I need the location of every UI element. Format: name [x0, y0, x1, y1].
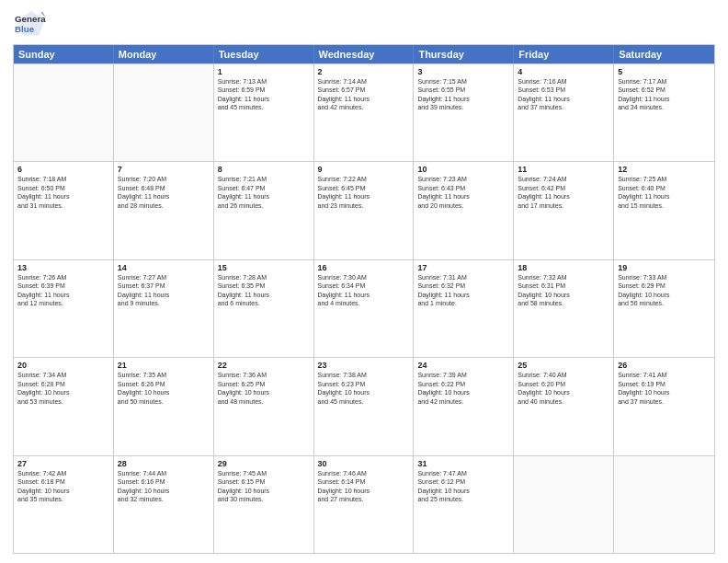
cell-info-line: Sunrise: 7:28 AM: [218, 273, 310, 282]
cell-info-line: Sunrise: 7:32 AM: [518, 273, 609, 282]
cell-info-line: Sunset: 6:28 PM: [17, 380, 109, 388]
page: General Blue SundayMondayTuesdayWednesda…: [0, 0, 728, 563]
calendar-body: 1Sunrise: 7:13 AMSunset: 6:59 PMDaylight…: [14, 63, 714, 553]
cell-info-line: and 48 minutes.: [218, 397, 310, 406]
cell-info-line: and 4 minutes.: [318, 299, 410, 307]
cell-info-line: Daylight: 10 hours: [518, 291, 609, 299]
empty-cell-r0c0: [14, 64, 114, 161]
day-header-sunday: Sunday: [14, 45, 114, 63]
cell-info-line: Daylight: 11 hours: [218, 291, 310, 299]
cell-info-line: Daylight: 11 hours: [518, 95, 609, 103]
day-header-saturday: Saturday: [614, 45, 714, 63]
cell-info-line: and 39 minutes.: [417, 103, 509, 111]
day-cell-11: 11Sunrise: 7:24 AMSunset: 6:42 PMDayligh…: [514, 162, 614, 259]
day-number: 4: [518, 67, 609, 76]
day-cell-13: 13Sunrise: 7:26 AMSunset: 6:39 PMDayligh…: [14, 260, 114, 357]
cell-info-line: Sunset: 6:12 PM: [417, 477, 509, 486]
day-cell-26: 26Sunrise: 7:41 AMSunset: 6:19 PMDayligh…: [614, 358, 714, 454]
cell-info-line: Sunset: 6:31 PM: [518, 282, 609, 290]
day-number: 21: [118, 361, 210, 370]
cell-info-line: Sunset: 6:18 PM: [17, 477, 109, 486]
cell-info-line: Daylight: 10 hours: [518, 388, 609, 396]
cell-info-line: Sunrise: 7:17 AM: [618, 77, 711, 86]
cell-info-line: Sunrise: 7:42 AM: [17, 469, 109, 477]
cell-info-line: Daylight: 11 hours: [118, 192, 210, 201]
day-cell-21: 21Sunrise: 7:35 AMSunset: 6:26 PMDayligh…: [114, 358, 214, 454]
day-number: 26: [618, 361, 711, 370]
cell-info-line: and 42 minutes.: [318, 103, 410, 111]
day-cell-15: 15Sunrise: 7:28 AMSunset: 6:35 PMDayligh…: [214, 260, 314, 357]
cell-info-line: and 53 minutes.: [17, 397, 109, 406]
cell-info-line: Sunrise: 7:45 AM: [218, 469, 310, 477]
day-cell-9: 9Sunrise: 7:22 AMSunset: 6:45 PMDaylight…: [314, 162, 415, 259]
cell-info-line: Daylight: 11 hours: [518, 192, 609, 201]
cell-info-line: Sunrise: 7:34 AM: [17, 371, 109, 379]
cell-info-line: Sunrise: 7:24 AM: [518, 175, 609, 183]
calendar-row-2: 13Sunrise: 7:26 AMSunset: 6:39 PMDayligh…: [14, 259, 714, 357]
cell-info-line: Sunset: 6:14 PM: [318, 477, 410, 486]
cell-info-line: Sunset: 6:42 PM: [518, 184, 609, 192]
cell-info-line: Sunrise: 7:14 AM: [318, 77, 410, 86]
cell-info-line: Daylight: 11 hours: [17, 192, 109, 201]
day-cell-22: 22Sunrise: 7:36 AMSunset: 6:25 PMDayligh…: [214, 358, 314, 454]
cell-info-line: and 30 minutes.: [218, 495, 310, 503]
day-number: 5: [618, 67, 711, 76]
day-cell-17: 17Sunrise: 7:31 AMSunset: 6:32 PMDayligh…: [414, 260, 514, 357]
cell-info-line: Daylight: 11 hours: [318, 95, 410, 103]
day-cell-18: 18Sunrise: 7:32 AMSunset: 6:31 PMDayligh…: [514, 260, 614, 357]
cell-info-line: and 37 minutes.: [518, 103, 609, 111]
day-number: 8: [218, 165, 310, 174]
day-header-wednesday: Wednesday: [314, 45, 415, 63]
cell-info-line: Sunset: 6:43 PM: [417, 184, 509, 192]
day-cell-25: 25Sunrise: 7:40 AMSunset: 6:20 PMDayligh…: [514, 358, 614, 454]
cell-info-line: Daylight: 11 hours: [417, 291, 509, 299]
day-cell-7: 7Sunrise: 7:20 AMSunset: 6:48 PMDaylight…: [114, 162, 214, 259]
cell-info-line: Sunset: 6:19 PM: [618, 380, 711, 388]
cell-info-line: Sunrise: 7:23 AM: [417, 175, 509, 183]
calendar-header: SundayMondayTuesdayWednesdayThursdayFrid…: [14, 45, 714, 63]
cell-info-line: and 56 minutes.: [618, 299, 711, 307]
day-cell-29: 29Sunrise: 7:45 AMSunset: 6:15 PMDayligh…: [214, 456, 314, 553]
cell-info-line: Sunset: 6:35 PM: [218, 282, 310, 290]
cell-info-line: Daylight: 11 hours: [218, 95, 310, 103]
cell-info-line: and 45 minutes.: [218, 103, 310, 111]
svg-text:General: General: [15, 14, 46, 24]
cell-info-line: and 27 minutes.: [318, 495, 410, 503]
day-cell-3: 3Sunrise: 7:15 AMSunset: 6:55 PMDaylight…: [414, 64, 514, 161]
cell-info-line: and 26 minutes.: [218, 201, 310, 210]
cell-info-line: and 17 minutes.: [518, 201, 609, 210]
cell-info-line: Sunrise: 7:25 AM: [618, 175, 711, 183]
day-number: 31: [417, 459, 509, 468]
cell-info-line: Daylight: 10 hours: [218, 487, 310, 495]
day-cell-4: 4Sunrise: 7:16 AMSunset: 6:53 PMDaylight…: [514, 64, 614, 161]
cell-info-line: Daylight: 10 hours: [17, 388, 109, 396]
day-cell-16: 16Sunrise: 7:30 AMSunset: 6:34 PMDayligh…: [314, 260, 415, 357]
day-number: 16: [318, 263, 410, 272]
cell-info-line: Sunrise: 7:30 AM: [318, 273, 410, 282]
cell-info-line: Sunrise: 7:31 AM: [417, 273, 509, 282]
cell-info-line: Sunrise: 7:33 AM: [618, 273, 711, 282]
cell-info-line: Sunset: 6:32 PM: [417, 282, 509, 290]
day-header-friday: Friday: [514, 45, 614, 63]
day-number: 20: [17, 361, 109, 370]
day-number: 23: [318, 361, 410, 370]
cell-info-line: Sunrise: 7:40 AM: [518, 371, 609, 379]
cell-info-line: Sunset: 6:59 PM: [218, 86, 310, 94]
day-number: 24: [417, 361, 509, 370]
cell-info-line: Daylight: 11 hours: [118, 291, 210, 299]
day-number: 25: [518, 361, 609, 370]
cell-info-line: Sunset: 6:25 PM: [218, 380, 310, 388]
cell-info-line: and 12 minutes.: [17, 299, 109, 307]
cell-info-line: Sunset: 6:23 PM: [318, 380, 410, 388]
cell-info-line: and 34 minutes.: [618, 103, 711, 111]
cell-info-line: Daylight: 11 hours: [618, 95, 711, 103]
cell-info-line: Sunset: 6:55 PM: [417, 86, 509, 94]
cell-info-line: Sunrise: 7:38 AM: [318, 371, 410, 379]
cell-info-line: Sunset: 6:52 PM: [618, 86, 711, 94]
cell-info-line: Daylight: 10 hours: [318, 487, 410, 495]
day-number: 17: [417, 263, 509, 272]
cell-info-line: and 40 minutes.: [518, 397, 609, 406]
cell-info-line: Daylight: 11 hours: [417, 192, 509, 201]
cell-info-line: Daylight: 11 hours: [17, 291, 109, 299]
cell-info-line: Sunset: 6:53 PM: [518, 86, 609, 94]
